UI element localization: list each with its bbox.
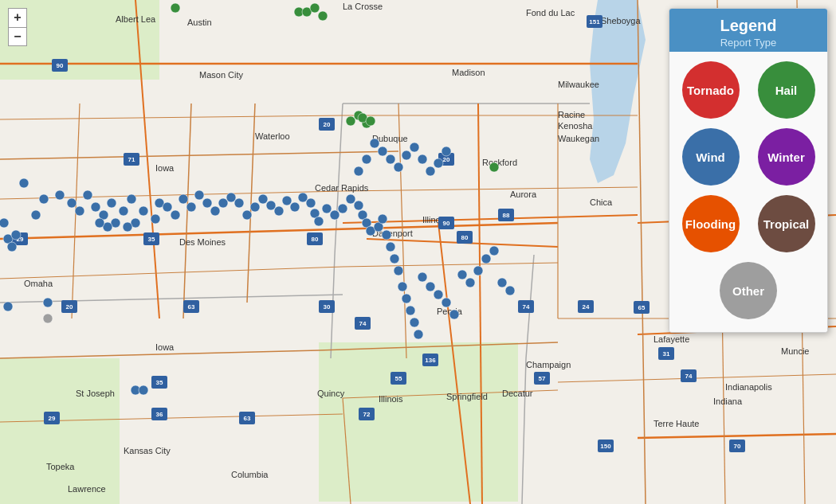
legend-circle-tornado[interactable]: Tornado <box>682 61 740 119</box>
legend-circle-tropical[interactable]: Tropical <box>758 195 815 252</box>
legend-circle-other[interactable]: Other <box>720 262 777 319</box>
legend-panel: Legend Report Type TornadoHailWindWinter… <box>669 8 828 333</box>
legend-item-hail[interactable]: Hail <box>753 61 819 119</box>
zoom-in-button[interactable]: + <box>8 8 27 27</box>
legend-circle-flooding[interactable]: Flooding <box>682 195 740 252</box>
zoom-out-button[interactable]: − <box>8 27 27 46</box>
legend-subtitle: Report Type <box>669 37 827 49</box>
legend-circle-winter[interactable]: Winter <box>758 128 815 186</box>
legend-circle-wind[interactable]: Wind <box>682 128 740 186</box>
legend-item-winter[interactable]: Winter <box>753 128 819 186</box>
legend-item-wind[interactable]: Wind <box>677 128 744 186</box>
legend-circle-hail[interactable]: Hail <box>758 61 815 119</box>
legend-item-tropical[interactable]: Tropical <box>753 195 819 252</box>
legend-body: TornadoHailWindWinterFloodingTropicalOth… <box>669 52 827 332</box>
legend-item-other[interactable]: Other <box>720 262 777 319</box>
legend-item-tornado[interactable]: Tornado <box>677 61 744 119</box>
map-container: + − Legend Report Type TornadoHailWindWi… <box>0 0 836 504</box>
zoom-controls: + − <box>8 8 27 46</box>
legend-item-flooding[interactable]: Flooding <box>677 195 744 252</box>
legend-other-row: Other <box>677 262 819 319</box>
legend-title: Legend <box>669 17 827 35</box>
legend-header: Legend Report Type <box>669 9 827 52</box>
